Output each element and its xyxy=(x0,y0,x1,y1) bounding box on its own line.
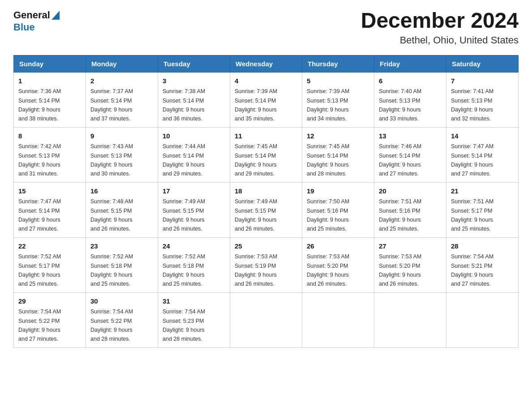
day-number: 5 xyxy=(307,76,369,86)
day-info: Sunrise: 7:49 AMSunset: 5:15 PMDaylight:… xyxy=(163,198,205,232)
calendar-cell: 28 Sunrise: 7:54 AMSunset: 5:21 PMDaylig… xyxy=(446,237,519,292)
calendar-week-row: 1 Sunrise: 7:36 AMSunset: 5:14 PMDayligh… xyxy=(14,72,519,127)
day-header-friday: Friday xyxy=(374,55,446,72)
calendar-week-row: 8 Sunrise: 7:42 AMSunset: 5:13 PMDayligh… xyxy=(14,127,519,182)
day-number: 14 xyxy=(451,131,514,141)
day-info: Sunrise: 7:42 AMSunset: 5:13 PMDaylight:… xyxy=(18,143,61,177)
calendar-cell: 8 Sunrise: 7:42 AMSunset: 5:13 PMDayligh… xyxy=(14,127,86,182)
calendar-week-row: 29 Sunrise: 7:54 AMSunset: 5:22 PMDaylig… xyxy=(14,292,519,347)
calendar-table: SundayMondayTuesdayWednesdayThursdayFrid… xyxy=(13,55,519,348)
day-header-thursday: Thursday xyxy=(302,55,374,72)
calendar-cell: 24 Sunrise: 7:52 AMSunset: 5:18 PMDaylig… xyxy=(158,237,230,292)
day-number: 27 xyxy=(379,241,442,252)
day-number: 26 xyxy=(307,241,369,252)
day-info: Sunrise: 7:54 AMSunset: 5:21 PMDaylight:… xyxy=(451,253,493,287)
page-header: General Blue December 2024 Bethel, Ohio,… xyxy=(13,9,519,46)
day-number: 8 xyxy=(18,131,81,141)
calendar-cell: 13 Sunrise: 7:46 AMSunset: 5:14 PMDaylig… xyxy=(374,127,446,182)
day-number: 31 xyxy=(163,296,225,307)
day-number: 23 xyxy=(90,241,153,252)
calendar-cell: 31 Sunrise: 7:54 AMSunset: 5:23 PMDaylig… xyxy=(158,292,230,347)
logo-blue: Blue xyxy=(13,21,35,33)
day-number: 2 xyxy=(90,76,153,86)
calendar-cell: 29 Sunrise: 7:54 AMSunset: 5:22 PMDaylig… xyxy=(14,292,86,347)
calendar-cell: 20 Sunrise: 7:51 AMSunset: 5:16 PMDaylig… xyxy=(374,182,446,237)
day-header-sunday: Sunday xyxy=(14,55,86,72)
day-header-saturday: Saturday xyxy=(446,55,519,72)
calendar-cell xyxy=(230,292,302,347)
day-info: Sunrise: 7:52 AMSunset: 5:17 PMDaylight:… xyxy=(18,253,61,287)
day-number: 19 xyxy=(307,186,369,197)
day-info: Sunrise: 7:51 AMSunset: 5:17 PMDaylight:… xyxy=(451,198,493,232)
calendar-cell xyxy=(374,292,446,347)
day-info: Sunrise: 7:43 AMSunset: 5:13 PMDaylight:… xyxy=(90,143,133,177)
day-number: 25 xyxy=(235,241,297,252)
day-number: 16 xyxy=(90,186,153,197)
day-info: Sunrise: 7:48 AMSunset: 5:15 PMDaylight:… xyxy=(90,198,133,232)
day-info: Sunrise: 7:54 AMSunset: 5:22 PMDaylight:… xyxy=(18,308,61,342)
day-number: 9 xyxy=(90,131,153,141)
day-number: 21 xyxy=(451,186,514,197)
logo-triangle-icon xyxy=(51,11,60,20)
calendar-cell: 1 Sunrise: 7:36 AMSunset: 5:14 PMDayligh… xyxy=(14,72,86,127)
calendar-cell: 12 Sunrise: 7:45 AMSunset: 5:14 PMDaylig… xyxy=(302,127,374,182)
calendar-cell: 5 Sunrise: 7:39 AMSunset: 5:13 PMDayligh… xyxy=(302,72,374,127)
calendar-cell: 23 Sunrise: 7:52 AMSunset: 5:18 PMDaylig… xyxy=(86,237,158,292)
day-info: Sunrise: 7:47 AMSunset: 5:14 PMDaylight:… xyxy=(451,143,493,177)
day-info: Sunrise: 7:45 AMSunset: 5:14 PMDaylight:… xyxy=(235,143,277,177)
day-info: Sunrise: 7:50 AMSunset: 5:16 PMDaylight:… xyxy=(307,198,349,232)
calendar-cell: 26 Sunrise: 7:53 AMSunset: 5:20 PMDaylig… xyxy=(302,237,374,292)
calendar-cell: 30 Sunrise: 7:54 AMSunset: 5:22 PMDaylig… xyxy=(86,292,158,347)
day-number: 20 xyxy=(379,186,442,197)
calendar-cell: 22 Sunrise: 7:52 AMSunset: 5:17 PMDaylig… xyxy=(14,237,86,292)
day-info: Sunrise: 7:54 AMSunset: 5:22 PMDaylight:… xyxy=(90,308,133,342)
calendar-cell: 9 Sunrise: 7:43 AMSunset: 5:13 PMDayligh… xyxy=(86,127,158,182)
day-info: Sunrise: 7:37 AMSunset: 5:14 PMDaylight:… xyxy=(90,88,133,122)
calendar-cell xyxy=(446,292,519,347)
title-area: December 2024 Bethel, Ohio, United State… xyxy=(361,9,519,46)
calendar-cell: 15 Sunrise: 7:47 AMSunset: 5:14 PMDaylig… xyxy=(14,182,86,237)
day-number: 10 xyxy=(163,131,225,141)
day-number: 18 xyxy=(235,186,297,197)
calendar-cell: 2 Sunrise: 7:37 AMSunset: 5:14 PMDayligh… xyxy=(86,72,158,127)
day-info: Sunrise: 7:44 AMSunset: 5:14 PMDaylight:… xyxy=(163,143,205,177)
day-number: 24 xyxy=(163,241,225,252)
day-info: Sunrise: 7:52 AMSunset: 5:18 PMDaylight:… xyxy=(163,253,205,287)
month-title: December 2024 xyxy=(361,9,519,33)
day-header-monday: Monday xyxy=(86,55,158,72)
day-info: Sunrise: 7:53 AMSunset: 5:20 PMDaylight:… xyxy=(379,253,421,287)
calendar-cell: 18 Sunrise: 7:49 AMSunset: 5:15 PMDaylig… xyxy=(230,182,302,237)
day-info: Sunrise: 7:40 AMSunset: 5:13 PMDaylight:… xyxy=(379,88,421,122)
calendar-week-row: 15 Sunrise: 7:47 AMSunset: 5:14 PMDaylig… xyxy=(14,182,519,237)
calendar-cell: 3 Sunrise: 7:38 AMSunset: 5:14 PMDayligh… xyxy=(158,72,230,127)
day-info: Sunrise: 7:41 AMSunset: 5:13 PMDaylight:… xyxy=(451,88,493,122)
day-number: 28 xyxy=(451,241,514,252)
day-number: 13 xyxy=(379,131,442,141)
calendar-cell: 4 Sunrise: 7:39 AMSunset: 5:14 PMDayligh… xyxy=(230,72,302,127)
logo-general: General xyxy=(13,9,50,21)
logo: General Blue xyxy=(13,9,60,33)
day-number: 4 xyxy=(235,76,297,86)
day-header-wednesday: Wednesday xyxy=(230,55,302,72)
day-number: 11 xyxy=(235,131,297,141)
calendar-cell: 17 Sunrise: 7:49 AMSunset: 5:15 PMDaylig… xyxy=(158,182,230,237)
calendar-cell: 7 Sunrise: 7:41 AMSunset: 5:13 PMDayligh… xyxy=(446,72,519,127)
day-info: Sunrise: 7:39 AMSunset: 5:14 PMDaylight:… xyxy=(235,88,277,122)
day-info: Sunrise: 7:53 AMSunset: 5:19 PMDaylight:… xyxy=(235,253,277,287)
day-number: 12 xyxy=(307,131,369,141)
calendar-cell: 21 Sunrise: 7:51 AMSunset: 5:17 PMDaylig… xyxy=(446,182,519,237)
day-info: Sunrise: 7:54 AMSunset: 5:23 PMDaylight:… xyxy=(163,308,205,342)
calendar-cell: 25 Sunrise: 7:53 AMSunset: 5:19 PMDaylig… xyxy=(230,237,302,292)
day-info: Sunrise: 7:53 AMSunset: 5:20 PMDaylight:… xyxy=(307,253,349,287)
calendar-cell: 10 Sunrise: 7:44 AMSunset: 5:14 PMDaylig… xyxy=(158,127,230,182)
calendar-cell: 11 Sunrise: 7:45 AMSunset: 5:14 PMDaylig… xyxy=(230,127,302,182)
day-info: Sunrise: 7:49 AMSunset: 5:15 PMDaylight:… xyxy=(235,198,277,232)
day-info: Sunrise: 7:38 AMSunset: 5:14 PMDaylight:… xyxy=(163,88,205,122)
day-header-tuesday: Tuesday xyxy=(158,55,230,72)
day-info: Sunrise: 7:36 AMSunset: 5:14 PMDaylight:… xyxy=(18,88,61,122)
svg-marker-0 xyxy=(51,11,60,20)
calendar-cell xyxy=(302,292,374,347)
day-number: 15 xyxy=(18,186,81,197)
day-number: 3 xyxy=(163,76,225,86)
day-number: 30 xyxy=(90,296,153,307)
